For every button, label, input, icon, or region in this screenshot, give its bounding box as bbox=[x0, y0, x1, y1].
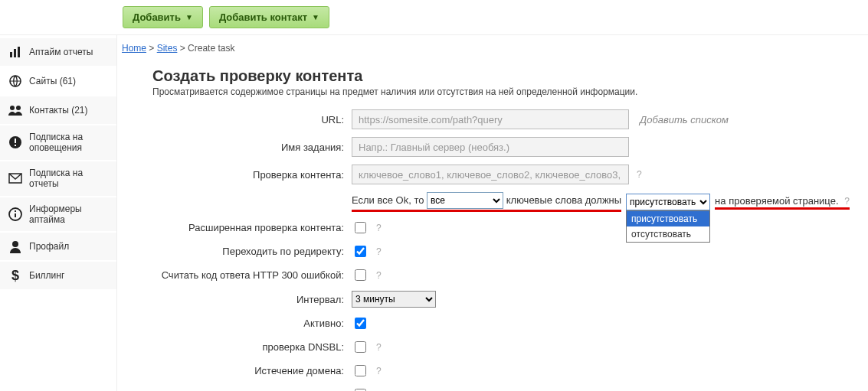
help-icon[interactable]: ? bbox=[376, 366, 382, 376]
svg-point-13 bbox=[12, 241, 18, 247]
svg-rect-11 bbox=[15, 213, 16, 217]
content-check-label: Проверка контента: bbox=[152, 169, 352, 181]
sidebar-item-sites[interactable]: Сайты (61) bbox=[0, 67, 116, 96]
sentence-post: на проверяемой странице. bbox=[715, 195, 838, 207]
sidebar-item-label: Подписка на отчеты bbox=[29, 168, 109, 190]
svg-point-4 bbox=[10, 106, 15, 110]
svg-point-5 bbox=[16, 106, 21, 110]
svg-rect-7 bbox=[15, 138, 16, 143]
breadcrumb: Home > Sites > Create task bbox=[122, 40, 868, 61]
presence-option-absent[interactable]: отсутствовать bbox=[627, 226, 709, 242]
domain-expiry-label: Истечение домена: bbox=[152, 365, 352, 376]
content-check-input[interactable] bbox=[352, 165, 629, 184]
info-icon bbox=[8, 207, 23, 222]
sidebar-item-label: Профайл bbox=[29, 241, 109, 252]
add-list-link[interactable]: Добавить списком bbox=[640, 114, 729, 125]
redirect-checkbox[interactable] bbox=[355, 246, 366, 257]
envelope-icon bbox=[8, 171, 23, 186]
svg-rect-2 bbox=[18, 47, 20, 57]
add-button-label: Добавить bbox=[133, 11, 181, 23]
svg-rect-8 bbox=[15, 145, 16, 146]
redirect-label: Переходить по редиректу: bbox=[152, 246, 352, 257]
bar-chart-icon bbox=[8, 44, 23, 60]
sidebar-item-label: Контакты (21) bbox=[29, 105, 109, 116]
svg-text:$: $ bbox=[11, 268, 19, 283]
sidebar-item-report-subscription[interactable]: Подписка на отчеты bbox=[0, 161, 116, 197]
alert-icon bbox=[8, 135, 23, 150]
sidebar-item-label: Сайты (61) bbox=[29, 76, 109, 86]
add-contact-button[interactable]: Добавить контакт ▼ bbox=[209, 6, 329, 28]
breadcrumb-sites[interactable]: Sites bbox=[157, 43, 178, 54]
page-description: Просматривается содержимое страницы на п… bbox=[152, 86, 868, 97]
sidebar-item-contacts[interactable]: Контакты (21) bbox=[0, 96, 116, 125]
interval-label: Интервал: bbox=[152, 294, 352, 305]
task-name-input[interactable] bbox=[352, 137, 629, 157]
svg-rect-0 bbox=[10, 52, 12, 57]
sentence-mid: ключевые слова должны bbox=[506, 194, 621, 206]
sentence-pre: Если все Ok, то bbox=[352, 194, 424, 206]
extended-check-checkbox[interactable] bbox=[355, 222, 366, 233]
sidebar-item-label: Биллинг bbox=[29, 270, 109, 281]
breadcrumb-current: Create task bbox=[188, 43, 234, 54]
sidebar-item-label: Подписка на оповещения bbox=[29, 132, 109, 154]
domain-expiry-checkbox[interactable] bbox=[355, 365, 366, 376]
sidebar-item-alert-subscription[interactable]: Подписка на оповещения bbox=[0, 125, 116, 161]
dnsbl-label: проверка DNSBL: bbox=[152, 341, 352, 353]
dollar-icon: $ bbox=[8, 268, 23, 283]
users-icon bbox=[8, 103, 23, 118]
keywords-scope-select[interactable]: все bbox=[427, 192, 503, 209]
active-label: Активно: bbox=[152, 318, 352, 329]
help-icon[interactable]: ? bbox=[376, 246, 382, 257]
presence-option-present[interactable]: присутствовать bbox=[627, 211, 709, 226]
interval-select[interactable]: 3 минуты bbox=[352, 291, 436, 308]
sidebar-item-uptime-reports[interactable]: Аптайм отчеты bbox=[0, 38, 116, 67]
http300-label: Считать код ответа HTTP 300 ошибкой: bbox=[152, 269, 352, 281]
sidebar-item-billing[interactable]: $ Биллинг bbox=[0, 262, 116, 291]
add-contact-button-label: Добавить контакт bbox=[219, 11, 307, 23]
help-icon[interactable]: ? bbox=[637, 169, 642, 180]
url-input[interactable] bbox=[352, 109, 629, 129]
sidebar-item-profile[interactable]: Профайл bbox=[0, 233, 116, 262]
sidebar-item-informers[interactable]: Информеры аптайма bbox=[0, 197, 116, 233]
svg-rect-12 bbox=[15, 210, 16, 212]
help-icon[interactable]: ? bbox=[376, 270, 382, 281]
http300-checkbox[interactable] bbox=[355, 269, 366, 281]
help-icon[interactable]: ? bbox=[376, 342, 382, 353]
help-icon[interactable]: ? bbox=[844, 196, 850, 207]
user-icon bbox=[8, 239, 23, 254]
globe-icon bbox=[8, 73, 23, 89]
active-checkbox[interactable] bbox=[355, 318, 366, 329]
task-name-label: Имя задания: bbox=[152, 142, 352, 153]
sidebar-item-label: Информеры аптайма bbox=[29, 204, 109, 226]
presence-select[interactable]: присутствовать bbox=[626, 194, 710, 210]
page-title: Создать проверку контента bbox=[152, 67, 868, 85]
dnsbl-checkbox[interactable] bbox=[355, 341, 366, 353]
svg-rect-1 bbox=[14, 49, 16, 57]
sidebar-item-label: Аптайм отчеты bbox=[29, 47, 109, 57]
add-button[interactable]: Добавить ▼ bbox=[123, 6, 203, 28]
breadcrumb-home[interactable]: Home bbox=[122, 43, 146, 54]
chevron-down-icon: ▼ bbox=[312, 13, 319, 21]
extended-check-label: Расширенная проверка контента: bbox=[152, 222, 352, 233]
chevron-down-icon: ▼ bbox=[185, 13, 193, 21]
presence-dropdown: присутствовать отсутствовать bbox=[626, 210, 710, 243]
url-label: URL: bbox=[152, 114, 352, 125]
help-icon[interactable]: ? bbox=[376, 223, 382, 233]
sidebar: Аптайм отчеты Сайты (61) Контакты (21) П… bbox=[0, 35, 116, 391]
